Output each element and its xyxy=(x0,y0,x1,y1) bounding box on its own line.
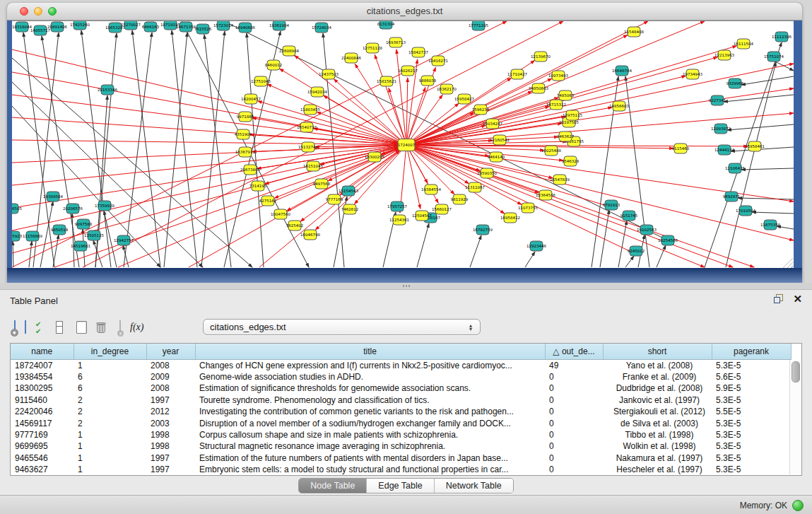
float-panel-icon[interactable] xyxy=(774,294,783,303)
graph-node[interactable]: 9463627 xyxy=(557,132,575,141)
graph-node[interactable]: 6466163 xyxy=(142,22,160,32)
graph-node[interactable]: 19384554 xyxy=(421,185,441,194)
graph-node[interactable]: 16648784 xyxy=(612,66,632,76)
tab-node-table[interactable]: Node Table xyxy=(299,479,367,493)
graph-node[interactable]: 7462612 xyxy=(341,204,359,214)
graph-node[interactable]: 9811929 xyxy=(451,194,469,204)
graph-node[interactable]: 9464140 xyxy=(488,152,505,162)
graph-node[interactable]: 16362170 xyxy=(437,84,457,94)
graph-node[interactable]: 20206576 xyxy=(63,204,83,214)
column-header[interactable]: in_degree xyxy=(73,344,146,359)
graph-node[interactable]: 20153346 xyxy=(98,85,117,95)
column-header[interactable]: title xyxy=(195,344,545,359)
merge-cells-button[interactable] xyxy=(56,321,63,334)
graph-node[interactable]: 9115460 xyxy=(672,144,690,153)
graph-node[interactable]: 16936713 xyxy=(386,37,406,47)
graph-node[interactable]: 1724007 xyxy=(398,139,416,151)
graph-node[interactable]: 12093872 xyxy=(711,124,731,134)
graph-node[interactable]: 18318044 xyxy=(12,22,32,32)
graph-node[interactable]: 7314195 xyxy=(249,181,267,191)
graph-node[interactable]: 12437503 xyxy=(319,69,339,79)
select-all-button[interactable]: ✔✔ xyxy=(35,321,47,334)
graph-node[interactable]: 7625402 xyxy=(286,221,304,230)
tab-edge-table[interactable]: Edge Table xyxy=(367,479,434,493)
column-header[interactable]: △ out_de... xyxy=(545,344,603,359)
select-columns-button[interactable] xyxy=(25,321,26,334)
table-row[interactable]: 2242004622012Investigating the contribut… xyxy=(11,406,791,417)
new-column-button[interactable] xyxy=(76,321,87,334)
table-header-row[interactable]: namein_degreeyeartitle△ out_de...shortpa… xyxy=(11,344,791,359)
graph-node[interactable]: 15724034 xyxy=(312,23,331,33)
table-row[interactable]: 1456911722003Disruption of a novel membe… xyxy=(11,417,791,428)
graph-node[interactable]: 9850514 xyxy=(51,225,69,235)
column-header[interactable]: name xyxy=(11,344,73,359)
graph-node[interactable]: 22400846 xyxy=(341,53,361,63)
column-header[interactable]: pagerank xyxy=(712,344,791,359)
graph-node[interactable]: 10416271 xyxy=(428,56,448,66)
graph-node[interactable]: 14856603 xyxy=(609,101,629,111)
graph-node[interactable]: 14850663 xyxy=(529,83,548,93)
graph-node[interactable]: 11112306 xyxy=(772,32,792,42)
graph-node[interactable]: 9245012 xyxy=(628,246,645,256)
graph-node[interactable]: 12751128 xyxy=(363,43,382,53)
graph-node[interactable]: 16715312 xyxy=(546,100,566,110)
graph-node[interactable]: 17359928 xyxy=(95,201,114,211)
graph-node[interactable]: 16151045 xyxy=(303,161,323,171)
column-header[interactable]: short xyxy=(603,344,712,359)
table-settings-button[interactable] xyxy=(14,321,16,334)
graph-node[interactable]: 7615526 xyxy=(194,24,212,34)
table-row[interactable]: 946362711997Embryonic stem cells: a mode… xyxy=(11,464,791,475)
graph-node[interactable]: 9227341 xyxy=(709,95,726,105)
graph-node[interactable]: 16958412 xyxy=(500,213,520,223)
graph-node[interactable]: 8460012 xyxy=(265,60,283,70)
tab-network-table[interactable]: Network Table xyxy=(435,479,513,493)
graph-node[interactable]: 9971885 xyxy=(237,112,254,122)
table-row[interactable]: 977716911998Corpus callosum shape and si… xyxy=(11,429,791,440)
graph-node[interactable]: 7596234 xyxy=(472,105,490,115)
graph-node[interactable]: 9497568 xyxy=(313,179,331,189)
graph-node[interactable]: 15723014 xyxy=(213,21,233,30)
graph-node[interactable]: 13505135 xyxy=(84,230,104,240)
graph-node[interactable]: 16046798 xyxy=(300,230,320,240)
graph-node[interactable]: 16940686 xyxy=(235,23,255,33)
graph-node[interactable]: 4351909 xyxy=(235,129,252,139)
close-panel-icon[interactable]: ✕ xyxy=(793,294,802,303)
graph-node[interactable]: 11710427 xyxy=(507,69,527,79)
graph-node[interactable]: 9777169 xyxy=(326,194,343,204)
table-row[interactable]: 1872400712008Changes of HCN gene express… xyxy=(11,359,791,371)
graph-node[interactable]: 25206505 xyxy=(12,204,22,214)
scrollbar-thumb[interactable] xyxy=(792,361,800,382)
graph-node[interactable]: 12139670 xyxy=(531,52,551,62)
graph-node[interactable]: 8131304 xyxy=(377,21,395,29)
graph-node[interactable]: 17771205 xyxy=(469,21,488,30)
graph-node[interactable]: 12942757 xyxy=(114,235,134,245)
graph-node[interactable]: 16547839 xyxy=(550,175,570,185)
column-header[interactable]: year xyxy=(146,344,195,359)
table-row[interactable]: 969969511998Structural magnetic resonanc… xyxy=(11,440,791,452)
graph-node[interactable]: 20673805 xyxy=(240,165,260,175)
table-row[interactable]: 1938455462009Genome-wide association stu… xyxy=(11,371,791,382)
graph-node[interactable]: 19361904 xyxy=(269,21,289,30)
graph-node[interactable]: 11675358 xyxy=(760,220,780,230)
graph-node[interactable]: 9097588 xyxy=(75,219,93,229)
graph-node[interactable]: 10047560 xyxy=(271,209,290,219)
graph-node[interactable]: 11254361 xyxy=(389,215,409,225)
network-canvas[interactable]: 1831804414055717208914061742526010653287… xyxy=(12,21,794,269)
panel-splitter[interactable] xyxy=(0,283,812,289)
graph-node[interactable]: 11156869 xyxy=(23,231,42,241)
table-row[interactable]: 1830029562008Estimation of significance … xyxy=(11,382,791,394)
graph-node[interactable]: 3915923 xyxy=(12,231,23,241)
table-row[interactable]: 946554611997Estimation of the future num… xyxy=(11,452,791,464)
table-selector-dropdown[interactable]: citations_edges.txt ▴▾ xyxy=(203,319,481,335)
graph-node[interactable]: 9546328 xyxy=(562,156,579,166)
graph-node[interactable]: 7485063 xyxy=(557,90,575,100)
graph-node[interactable]: 12106435 xyxy=(725,163,745,173)
graph-node[interactable]: 19734943 xyxy=(683,69,702,79)
graph-node[interactable]: 17957257 xyxy=(387,201,407,211)
function-builder-button[interactable]: f(x) xyxy=(130,322,143,333)
graph-node[interactable]: 9692971 xyxy=(723,192,741,201)
graph-node[interactable]: 15751074 xyxy=(764,52,784,62)
graph-node[interactable]: 9886038 xyxy=(419,76,437,86)
graph-node[interactable]: 9151745 xyxy=(620,211,638,221)
graph-node[interactable]: 9329966 xyxy=(726,78,744,88)
